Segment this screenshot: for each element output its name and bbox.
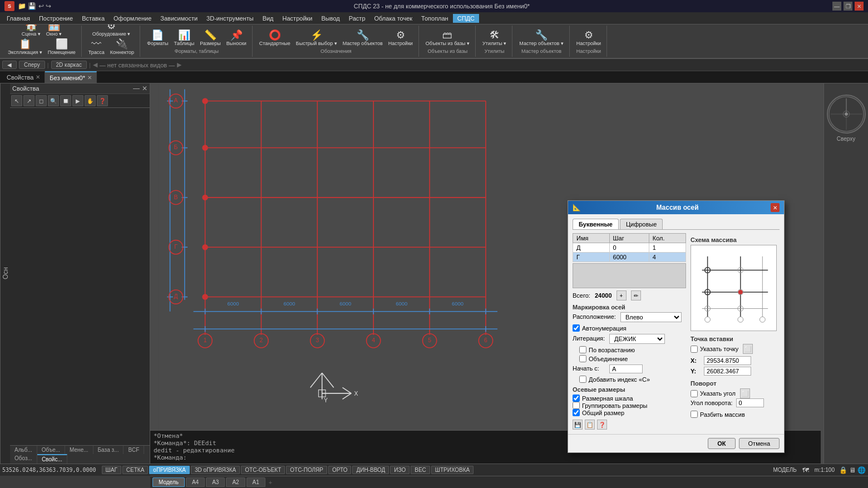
status-ves[interactable]: ВЕС bbox=[411, 466, 430, 474]
tool-help-btn[interactable]: ❓ bbox=[97, 95, 108, 106]
tab-properties-close[interactable]: ✕ bbox=[36, 74, 40, 80]
status-din-vvod[interactable]: ДИН-ВВОД bbox=[352, 466, 389, 474]
dobavit-indeks-row[interactable]: Добавить индекс «С» bbox=[579, 376, 686, 383]
menu-topolan[interactable]: Топоплан bbox=[417, 14, 453, 23]
ribbon-btn-utility[interactable]: 🛠 Утилиты ▾ bbox=[480, 29, 509, 47]
properties-close-btn[interactable]: ✕ bbox=[142, 85, 147, 92]
razm-shkal-row[interactable]: Размерная шкала bbox=[573, 395, 686, 402]
close-button[interactable]: ✕ bbox=[855, 2, 864, 11]
ok-button[interactable]: ОК bbox=[708, 438, 735, 449]
obedinenie-row[interactable]: Объединение bbox=[579, 355, 686, 362]
ribbon-btn-trassa[interactable]: 〰 Трасса bbox=[86, 38, 107, 56]
obedinenie-checkbox[interactable] bbox=[579, 355, 586, 362]
po-vozrastanyu-row[interactable]: По возрастанию bbox=[579, 346, 686, 353]
ribbon-btn-tablicy[interactable]: 📊 Таблицы bbox=[172, 29, 197, 47]
ribbon-btn-eksplikaciya[interactable]: 📋 Экспликация ▾ bbox=[6, 38, 45, 56]
status-ots-polyar[interactable]: ОТС-ПОЛЯР bbox=[286, 466, 327, 474]
tool-rect-btn[interactable]: ◻ bbox=[36, 95, 47, 106]
ribbon-btn-bystryj[interactable]: ⚡ Быстрый выбор ▾ bbox=[294, 29, 339, 47]
minimize-button[interactable]: — bbox=[832, 2, 841, 11]
nachat-s-input[interactable] bbox=[609, 364, 643, 373]
ribbon-btn-master[interactable]: 🔧 Мастер объектов bbox=[341, 29, 385, 47]
massiv-osej-dialog[interactable]: 📐 Массив осей ✕ Буквенные Цифровые bbox=[568, 200, 785, 453]
sidebar-tab-baza[interactable]: База з... bbox=[93, 446, 124, 454]
menu-glavnaya[interactable]: Главная bbox=[2, 14, 34, 23]
ribbon-btn-pomeshenie[interactable]: ⬜ Помещение bbox=[46, 38, 78, 56]
properties-minimize-btn[interactable]: — bbox=[133, 85, 140, 92]
table-row[interactable]: Д 0 1 bbox=[573, 243, 686, 253]
menu-vstavka[interactable]: Вставка bbox=[77, 14, 109, 23]
ugol-input[interactable] bbox=[736, 398, 764, 407]
tab-drawing[interactable]: Без имени0* ✕ bbox=[45, 71, 97, 83]
x-input[interactable] bbox=[704, 356, 751, 365]
tool-play-btn[interactable]: ▶ bbox=[72, 95, 83, 106]
ribbon-btn-master2[interactable]: 🔧 Мастер объектов ▾ bbox=[517, 29, 565, 47]
ribbon-btn-nastrojki2[interactable]: ⚙ Настройки bbox=[574, 29, 603, 47]
nav-speredi-button[interactable]: Сперу bbox=[19, 61, 45, 69]
literation-select[interactable]: АБВГДЕЖИК ДЕЖИК bbox=[609, 334, 665, 344]
bottom-tab-model[interactable]: Модель bbox=[152, 477, 185, 487]
menu-zavisimosti[interactable]: Зависимости bbox=[156, 14, 202, 23]
menu-oblaka[interactable]: Облака точек bbox=[370, 14, 417, 23]
y-input[interactable] bbox=[704, 367, 751, 376]
menu-postroenie[interactable]: Построение bbox=[34, 14, 77, 23]
ribbon-btn-standartnye[interactable]: ⭕ Стандартные bbox=[257, 29, 293, 47]
ribbon-btn-formaty[interactable]: 📄 Форматы bbox=[145, 29, 170, 47]
razbit-massiv-checkbox[interactable] bbox=[691, 411, 698, 418]
gruppirovat-row[interactable]: Группировать размеры bbox=[573, 402, 686, 409]
tool-select-btn[interactable]: ↖ bbox=[11, 95, 22, 106]
sidebar-tab-obje[interactable]: Объе... bbox=[37, 446, 65, 454]
obshiy-razm-row[interactable]: Общий размер bbox=[573, 409, 686, 416]
status-orto[interactable]: ОРТО bbox=[328, 466, 351, 474]
ribbon-btn-obekty[interactable]: 🗃 Объекты из базы ▾ bbox=[423, 29, 472, 47]
ukazat-ugol-btn[interactable]: ⬜ bbox=[740, 388, 750, 398]
dialog-tab-bukvenye[interactable]: Буквенные bbox=[573, 219, 619, 229]
ribbon-btn-vynoski[interactable]: 📌 Выноски bbox=[224, 29, 249, 47]
tool-arrow-btn[interactable]: ↗ bbox=[23, 95, 34, 106]
status-oprivyazka[interactable]: оПРИВЯЗКА bbox=[149, 466, 190, 474]
status-shag[interactable]: ШАГ bbox=[102, 466, 121, 474]
ribbon-btn-scena[interactable]: 🏠 Сцена ▾ bbox=[19, 24, 43, 38]
sidebar-tab-svojs[interactable]: Свойс... bbox=[37, 454, 67, 464]
status-ots-obekt[interactable]: ОТС-ОБЪЕКТ bbox=[241, 466, 285, 474]
menu-oformlenie[interactable]: Оформление bbox=[109, 14, 156, 23]
menu-vid[interactable]: Вид bbox=[258, 14, 278, 23]
ukazat-ugol-checkbox[interactable] bbox=[691, 390, 698, 397]
add-row-btn[interactable]: + bbox=[617, 290, 627, 300]
auto-num-checkbox-row[interactable]: Автонумерация bbox=[573, 324, 686, 332]
compass[interactable] bbox=[827, 95, 866, 134]
razm-shkal-checkbox[interactable] bbox=[573, 395, 580, 402]
status-izo[interactable]: ИЗО bbox=[390, 466, 410, 474]
menu-spds[interactable]: СПДС bbox=[453, 14, 479, 23]
restore-button[interactable]: ❐ bbox=[844, 2, 852, 11]
sidebar-tab-mene[interactable]: Мене... bbox=[65, 446, 93, 454]
razbit-massiv-row[interactable]: Разбить массив bbox=[691, 411, 780, 418]
add-tab-btn[interactable]: + bbox=[269, 479, 272, 486]
menu-3d[interactable]: 3D-инструменты bbox=[202, 14, 258, 23]
ribbon-btn-razmery[interactable]: 📏 Размеры bbox=[198, 29, 223, 47]
po-vozrastanyu-checkbox[interactable] bbox=[579, 346, 586, 353]
edit-row-btn[interactable]: ✏ bbox=[631, 290, 641, 300]
placement-select[interactable]: Влево Вправо С двух сторон Нет bbox=[620, 312, 682, 322]
menu-rastr[interactable]: Растр bbox=[344, 14, 370, 23]
dialog-close-button[interactable]: ✕ bbox=[771, 203, 780, 212]
tool-hand-btn[interactable]: ✋ bbox=[85, 95, 96, 106]
menu-nastrojki[interactable]: Настройки bbox=[278, 14, 317, 23]
bottom-tab-a1[interactable]: A1 bbox=[246, 477, 265, 487]
ukazat-tochku-row[interactable]: Указать точку ⬜ bbox=[691, 344, 780, 354]
sidebar-tab-alb[interactable]: Альб... bbox=[10, 446, 37, 454]
ukazat-ugol-row[interactable]: Указать угол ⬜ bbox=[691, 388, 780, 398]
status-shtrihovka[interactable]: ШТРИХОВКА bbox=[431, 466, 474, 474]
nav-prev-button[interactable]: ◀ bbox=[2, 61, 17, 69]
gruppirovat-checkbox[interactable] bbox=[573, 402, 580, 409]
save-icon-btn[interactable]: 💾 bbox=[573, 420, 583, 430]
dialog-tab-cifrovye[interactable]: Цифровые bbox=[620, 219, 663, 229]
copy-icon-btn[interactable]: 📋 bbox=[585, 420, 595, 430]
cancel-button[interactable]: Отмена bbox=[739, 438, 780, 449]
ukazat-tochku-btn[interactable]: ⬜ bbox=[743, 344, 753, 354]
canvas-area[interactable]: 1 2 3 4 5 6 А Б В Г Д bbox=[150, 83, 868, 464]
status-setka[interactable]: СЕТКА bbox=[122, 466, 149, 474]
bottom-tab-a4[interactable]: A4 bbox=[186, 477, 205, 487]
sidebar-tab-oboz[interactable]: Обоз... bbox=[10, 454, 37, 464]
ribbon-btn-oborudovanie[interactable]: ⚙ Оборудование ▾ bbox=[90, 24, 133, 38]
